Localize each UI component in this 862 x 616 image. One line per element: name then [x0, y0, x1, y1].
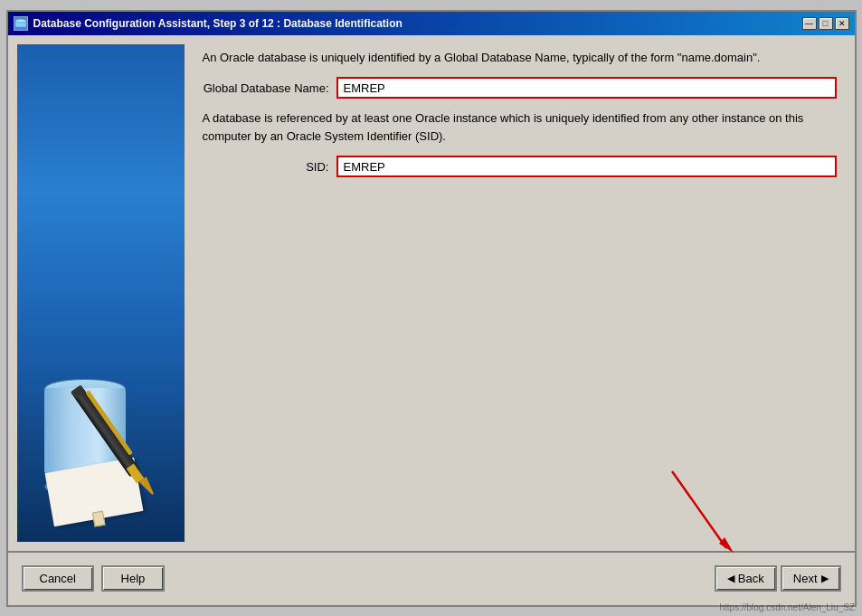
- sid-input[interactable]: [336, 156, 837, 177]
- back-chevron-icon: ◀: [727, 573, 734, 584]
- sid-row: SID:: [203, 156, 837, 177]
- minimize-button[interactable]: —: [802, 17, 817, 30]
- maximize-button[interactable]: □: [819, 17, 833, 30]
- right-panel: An Oracle database is uniquely identifie…: [185, 35, 855, 551]
- global-db-name-input[interactable]: [336, 77, 837, 99]
- main-window: Database Configuration Assistant, Step 3…: [6, 10, 857, 607]
- watermark: https://blog.csdn.net/Alen_Liu_SZ: [719, 602, 855, 612]
- global-db-name-row: Global Database Name:: [203, 77, 837, 99]
- svg-point-1: [15, 19, 26, 23]
- svg-rect-2: [72, 388, 140, 477]
- window-icon: [14, 16, 28, 31]
- back-button[interactable]: ◀ Back: [715, 565, 777, 592]
- close-button[interactable]: ✕: [835, 17, 849, 30]
- description-text-2: A database is referenced by at least one…: [203, 109, 837, 145]
- help-button[interactable]: Help: [101, 565, 165, 592]
- pen-illustration: [58, 361, 175, 524]
- bottom-bar: Cancel Help ◀ Back Next ▶: [8, 551, 855, 605]
- window-title: Database Configuration Assistant, Step 3…: [33, 17, 403, 30]
- global-db-input-container: [336, 77, 837, 99]
- description-text-1: An Oracle database is uniquely identifie…: [203, 49, 837, 67]
- next-button[interactable]: Next ▶: [781, 565, 841, 592]
- left-panel: [17, 44, 185, 542]
- next-chevron-icon: ▶: [821, 573, 829, 584]
- content-area: An Oracle database is uniquely identifie…: [8, 35, 855, 551]
- db-illustration: [17, 44, 185, 542]
- title-bar: Database Configuration Assistant, Step 3…: [8, 12, 855, 35]
- back-label: Back: [738, 572, 764, 585]
- sid-input-container: [336, 156, 837, 177]
- sid-label: SID:: [203, 160, 329, 174]
- next-label: Next: [793, 572, 818, 585]
- global-db-label: Global Database Name:: [203, 81, 329, 95]
- window-controls: — □ ✕: [802, 17, 849, 30]
- bottom-left-buttons: Cancel Help: [22, 565, 165, 592]
- cancel-button[interactable]: Cancel: [22, 565, 94, 592]
- nav-buttons: ◀ Back Next ▶: [715, 565, 841, 592]
